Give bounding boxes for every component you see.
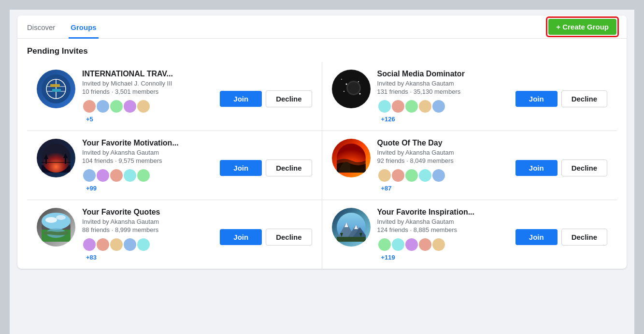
group-1-friend-avatars	[82, 99, 213, 114]
group-5-actions: Join Decline	[220, 229, 312, 246]
svg-rect-7	[52, 89, 61, 92]
group-2-avatar	[332, 70, 371, 108]
friend-avatar	[404, 237, 419, 252]
svg-point-13	[343, 91, 344, 92]
group-6-friend-avatars	[377, 237, 509, 252]
svg-rect-23	[65, 157, 66, 164]
create-group-button[interactable]: + Create Group	[548, 19, 616, 35]
friend-avatar	[96, 168, 110, 183]
group-item-2: Social Media Dominator Invited by Akansh…	[322, 62, 617, 131]
friend-avatar	[377, 237, 392, 252]
groups-grid: INTERNATIONAL TRAV... Invited by Michael…	[27, 62, 617, 269]
svg-point-15	[341, 79, 342, 80]
group-1-join-button[interactable]: Join	[220, 91, 262, 107]
group-6-decline-button[interactable]: Decline	[561, 229, 607, 246]
tab-discover[interactable]: Discover	[25, 15, 57, 39]
group-2-join-button[interactable]: Join	[515, 91, 558, 107]
pending-invites-section: Pending Invites	[17, 39, 627, 269]
group-item-6: Your Favorite Inspiration... Invited by …	[322, 200, 617, 269]
svg-point-29	[45, 217, 57, 223]
group-5-name: Your Favorite Quotes	[82, 208, 213, 217]
group-3-invited-by: Invited by Akansha Gautam	[82, 149, 213, 156]
group-item-1: INTERNATIONAL TRAV... Invited by Michael…	[27, 62, 322, 131]
friend-avatar	[391, 168, 405, 183]
svg-point-12	[358, 81, 359, 82]
friend-avatar	[377, 99, 392, 114]
group-6-join-button[interactable]: Join	[515, 229, 558, 245]
friend-avatar	[431, 237, 446, 252]
group-3-more-count: +99	[86, 185, 213, 192]
group-2-name: Social Media Dominator	[377, 70, 509, 78]
group-1-name: INTERNATIONAL TRAV...	[82, 70, 213, 78]
group-item-5: Your Favorite Quotes Invited by Akansha …	[27, 200, 322, 269]
friend-avatar	[431, 99, 446, 114]
group-3-avatar	[37, 139, 75, 177]
group-3-content: Your Favorite Motivation... Invited by A…	[37, 139, 213, 192]
group-5-info: Your Favorite Quotes Invited by Akansha …	[82, 208, 213, 261]
group-5-decline-button[interactable]: Decline	[266, 229, 312, 246]
group-4-content: Quote Of The Day Invited by Akansha Gaut…	[332, 139, 509, 192]
group-4-more-count: +87	[381, 185, 509, 192]
group-item-3: Your Favorite Motivation... Invited by A…	[27, 131, 322, 200]
svg-point-11	[345, 84, 347, 85]
group-3-meta: 104 friends · 9,575 members	[82, 157, 213, 164]
group-6-content: Your Favorite Inspiration... Invited by …	[332, 208, 509, 261]
friend-avatar	[82, 237, 97, 252]
tabs-header: Discover Groups + Create Group	[17, 15, 627, 39]
friend-avatar	[391, 99, 405, 114]
group-4-decline-button[interactable]: Decline	[561, 160, 607, 176]
tab-groups[interactable]: Groups	[69, 15, 98, 39]
group-4-invited-by: Invited by Akansha Gautam	[377, 149, 509, 156]
svg-rect-6	[50, 84, 60, 87]
friend-avatar	[96, 237, 110, 252]
friend-avatar	[109, 99, 124, 114]
create-group-wrapper: + Create Group	[546, 16, 619, 37]
friend-avatar	[136, 99, 151, 114]
friend-avatar	[391, 237, 405, 252]
friend-avatar	[82, 99, 97, 114]
group-6-info: Your Favorite Inspiration... Invited by …	[377, 208, 509, 261]
group-1-decline-button[interactable]: Decline	[266, 90, 312, 107]
group-6-actions: Join Decline	[515, 229, 607, 246]
group-2-more-count: +126	[381, 116, 509, 123]
group-2-actions: Join Decline	[515, 90, 607, 107]
group-3-name: Your Favorite Motivation...	[82, 139, 213, 147]
group-4-name: Quote Of The Day	[377, 139, 509, 147]
group-5-friend-avatars	[82, 237, 213, 252]
svg-point-10	[348, 82, 359, 94]
group-4-avatar	[332, 139, 371, 177]
friend-avatar	[123, 237, 137, 252]
group-3-info: Your Favorite Motivation... Invited by A…	[82, 139, 213, 192]
friend-avatar	[82, 168, 97, 183]
svg-point-30	[56, 215, 66, 220]
group-3-decline-button[interactable]: Decline	[266, 160, 312, 176]
group-2-decline-button[interactable]: Decline	[561, 90, 607, 107]
friend-avatar	[109, 237, 124, 252]
friend-avatar	[136, 168, 151, 183]
tabs-left: Discover Groups	[25, 15, 99, 38]
group-3-actions: Join Decline	[220, 160, 312, 176]
friend-avatar	[96, 99, 110, 114]
group-5-join-button[interactable]: Join	[220, 229, 262, 245]
group-4-join-button[interactable]: Join	[515, 160, 558, 176]
friend-avatar	[404, 168, 419, 183]
group-6-avatar	[332, 208, 371, 247]
friend-avatar	[123, 168, 137, 183]
group-5-invited-by: Invited by Akansha Gautam	[82, 218, 213, 225]
group-4-info: Quote Of The Day Invited by Akansha Gaut…	[377, 139, 509, 192]
group-6-more-count: +119	[381, 254, 509, 261]
group-5-avatar	[37, 208, 75, 247]
group-1-avatar	[37, 70, 75, 108]
friend-avatar	[136, 237, 151, 252]
group-5-content: Your Favorite Quotes Invited by Akansha …	[37, 208, 213, 261]
group-3-join-button[interactable]: Join	[220, 160, 262, 176]
friend-avatar	[123, 99, 137, 114]
group-3-friend-avatars	[82, 168, 213, 183]
group-6-invited-by: Invited by Akansha Gautam	[377, 218, 509, 225]
group-5-more-count: +83	[86, 254, 213, 261]
group-1-info: INTERNATIONAL TRAV... Invited by Michael…	[82, 70, 213, 123]
group-2-invited-by: Invited by Akansha Gautam	[377, 80, 509, 87]
friend-avatar	[377, 168, 392, 183]
group-4-meta: 92 friends · 8,049 members	[377, 157, 509, 164]
group-1-content: INTERNATIONAL TRAV... Invited by Michael…	[37, 70, 213, 123]
